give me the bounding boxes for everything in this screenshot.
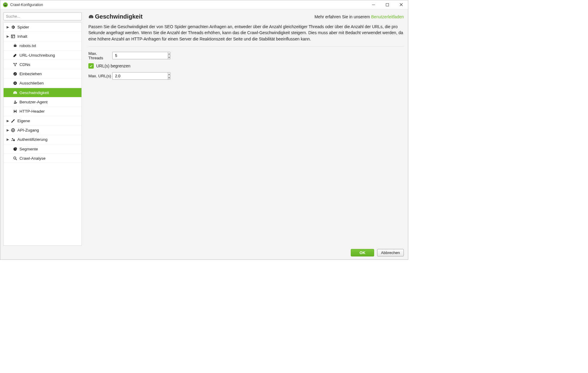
sidebar-item-custom[interactable]: ▶ Eigene — [4, 116, 81, 126]
sidebar-item-robots[interactable]: robots.txt — [4, 41, 81, 51]
guide-link[interactable]: Benutzerleitfaden — [371, 14, 404, 19]
max-urls-label: Max. URL(s) — [88, 74, 112, 78]
spinner-up-button[interactable]: ▲ — [168, 73, 170, 76]
layout-icon — [11, 34, 17, 39]
search-input[interactable]: Suche... — [3, 12, 82, 20]
check-circle-icon — [13, 72, 19, 76]
limit-urls-checkbox[interactable] — [88, 63, 94, 69]
sidebar: Suche... ▶ Spider ▶ Inhalt — [3, 12, 82, 246]
ok-button[interactable]: OK — [351, 249, 374, 256]
svg-point-3 — [6, 4, 7, 4]
nav-tree: ▶ Spider ▶ Inhalt — [3, 22, 82, 246]
svg-rect-22 — [16, 102, 17, 103]
network-icon — [13, 62, 19, 67]
spinner-down-button[interactable]: ▼ — [168, 76, 170, 79]
spinner-buttons: ▲ ▼ — [168, 72, 170, 80]
caret-right-icon: ▶ — [7, 138, 11, 141]
sidebar-item-cdns[interactable]: CDNs — [4, 60, 81, 69]
max-urls-spinner[interactable]: ▲ ▼ — [112, 72, 157, 80]
sidebar-item-spider[interactable]: ▶ Spider — [4, 22, 81, 32]
max-threads-label: Max. Threads — [88, 51, 112, 60]
search-placeholder: Suche... — [6, 14, 20, 19]
cancel-button[interactable]: Abbrechen — [377, 249, 404, 256]
max-threads-input[interactable] — [112, 52, 168, 59]
lock-user-icon — [11, 137, 17, 142]
edit-icon — [13, 53, 19, 58]
window-title: Crawl-Konfiguration — [10, 3, 43, 7]
sidebar-item-inhalt[interactable]: ▶ Inhalt — [4, 32, 81, 41]
limit-urls-label: URL(s) begrenzen — [96, 64, 130, 68]
content-description: Passen Sie die Geschwindigkeit der von S… — [88, 24, 404, 46]
tools-icon — [11, 119, 17, 123]
sidebar-item-speed[interactable]: Geschwindigkeit — [4, 88, 81, 97]
max-urls-row: Max. URL(s) ▲ ▼ — [88, 72, 404, 80]
svg-rect-5 — [386, 3, 389, 6]
svg-point-13 — [16, 46, 16, 46]
header-icon — [13, 109, 19, 114]
speed-form: Max. Threads ▲ ▼ URL(s) begrenzen — [88, 46, 404, 83]
globe-icon — [11, 128, 17, 132]
window-maximize-button[interactable] — [380, 0, 394, 9]
body: Suche... ▶ Spider ▶ Inhalt — [0, 9, 408, 246]
svg-point-28 — [14, 157, 16, 159]
pie-chart-icon — [13, 147, 19, 151]
dialog-footer: OK Abbrechen — [0, 246, 408, 259]
caret-right-icon: ▶ — [7, 119, 11, 123]
svg-rect-27 — [13, 140, 15, 141]
spinner-down-button[interactable]: ▼ — [168, 56, 170, 59]
sidebar-item-url-rewrite[interactable]: URL-Umschreibung — [4, 51, 81, 60]
gear-icon — [11, 25, 17, 29]
sidebar-item-segments[interactable]: Segmente — [4, 144, 81, 154]
svg-line-29 — [16, 159, 17, 160]
x-circle-icon — [13, 81, 19, 85]
sidebar-item-include[interactable]: Einbeziehen — [4, 69, 81, 78]
gauge-icon — [13, 90, 19, 95]
sidebar-item-exclude[interactable]: Ausschließen — [4, 79, 81, 88]
svg-rect-11 — [14, 45, 16, 47]
gauge-icon — [88, 14, 95, 19]
window-close-button[interactable] — [394, 0, 408, 9]
svg-point-26 — [12, 138, 13, 139]
sidebar-item-apiaccess[interactable]: ▶ API-Zugang — [4, 126, 81, 135]
sidebar-item-useragent[interactable]: Benutzer-Agent — [4, 97, 81, 107]
spinner-buttons: ▲ ▼ — [168, 52, 170, 59]
sidebar-item-httpheader[interactable]: HTTP-Header — [4, 107, 81, 116]
user-agent-icon — [13, 100, 19, 104]
window-minimize-button[interactable] — [367, 0, 380, 9]
sidebar-item-crawlanalysis[interactable]: Crawl-Analyse — [4, 154, 81, 163]
content-panel: Geschwindigkeit Mehr erfahren Sie in uns… — [82, 12, 405, 246]
max-threads-row: Max. Threads ▲ ▼ — [88, 51, 404, 60]
svg-point-1 — [4, 3, 7, 6]
guide-text: Mehr erfahren Sie in unserem Benutzerlei… — [315, 14, 404, 19]
spinner-up-button[interactable]: ▲ — [168, 52, 170, 56]
content-header: Geschwindigkeit Mehr erfahren Sie in uns… — [88, 12, 404, 24]
max-threads-spinner[interactable]: ▲ ▼ — [112, 52, 157, 59]
robot-icon — [13, 43, 19, 48]
max-urls-input[interactable] — [112, 72, 168, 80]
svg-point-2 — [4, 4, 5, 4]
svg-point-19 — [13, 72, 17, 75]
caret-right-icon: ▶ — [7, 128, 11, 132]
caret-right-icon: ▶ — [7, 34, 11, 38]
svg-rect-8 — [11, 35, 15, 38]
search-icon — [13, 156, 19, 161]
titlebar: Crawl-Konfiguration — [0, 0, 408, 9]
svg-point-15 — [15, 44, 16, 44]
caret-right-icon: ▶ — [7, 25, 11, 29]
app-icon — [3, 2, 8, 7]
svg-point-21 — [15, 101, 16, 102]
limit-urls-row: URL(s) begrenzen — [88, 63, 404, 69]
svg-point-12 — [14, 46, 15, 46]
sidebar-item-auth[interactable]: ▶ Authentifizierung — [4, 135, 81, 144]
content-title: Geschwindigkeit — [95, 13, 143, 20]
svg-point-18 — [15, 65, 16, 66]
dialog-window: Crawl-Konfiguration Suche... ▶ — [0, 0, 408, 260]
